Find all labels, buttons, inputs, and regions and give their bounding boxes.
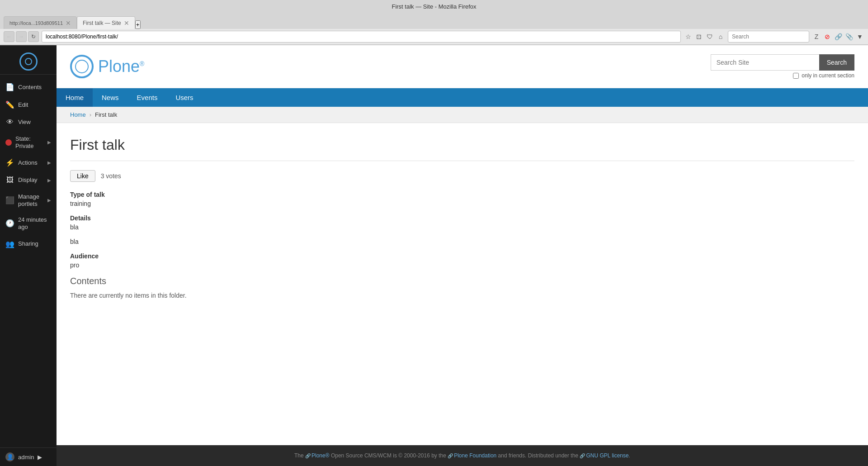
sidebar-item-view[interactable]: 👁 View: [0, 114, 57, 131]
plone-logo-circle: [70, 55, 94, 78]
sidebar-logo-circle: [19, 52, 38, 71]
reload-button[interactable]: ↻: [28, 31, 39, 42]
tab1-close-icon[interactable]: ✕: [66, 19, 71, 27]
tab1-label: http://loca...193d809511: [9, 20, 63, 26]
content-area: Plone® Search only in current section Ho…: [57, 45, 868, 466]
main-content: First talk Like 3 votes Type of talk tra…: [57, 123, 868, 445]
actions-icon: ⚡: [5, 158, 14, 167]
nav-bar: Home News Events Users: [57, 88, 868, 107]
audience-label: Audience: [70, 252, 854, 260]
shield-icon[interactable]: 🛡: [705, 32, 714, 41]
browser-title: First talk — Site - Mozilla Firefox: [392, 3, 476, 10]
browser-tab-active[interactable]: First talk — Site ✕: [77, 16, 135, 29]
footer-plone-reg: ®: [326, 452, 330, 459]
search-area: Search only in current section: [711, 54, 854, 79]
like-button[interactable]: Like: [70, 170, 95, 182]
sidebar-user[interactable]: 👤 admin ▶: [0, 448, 57, 466]
sidebar-contents-label: Contents: [18, 84, 42, 91]
adblock-icon[interactable]: ⊘: [823, 32, 832, 41]
site-search-input[interactable]: [711, 54, 819, 71]
browser-addressbar: ← → ↻ ☆ ⊡ 🛡 ⌂ Z ⊘ 🔗 📎 ▼: [0, 29, 868, 45]
sidebar-item-display[interactable]: 🖼 Display ▶: [0, 171, 57, 189]
breadcrumb-home[interactable]: Home: [70, 111, 86, 118]
search-checkbox-row: only in current section: [793, 72, 854, 79]
nav-buttons: ← → ↻: [4, 31, 39, 42]
breadcrumb: Home › First talk: [57, 107, 868, 123]
sidebar-item-contents[interactable]: 📄 Contents: [0, 78, 57, 96]
sidebar-item-manage-portlets[interactable]: ⬛ Manage portlets ▶: [0, 189, 57, 212]
time-icon: 🕐: [5, 219, 14, 228]
sidebar-item-time: 🕐 24 minutes ago: [0, 212, 57, 235]
tab2-label: First talk — Site: [83, 20, 121, 26]
address-bar[interactable]: [42, 31, 681, 43]
new-tab-button[interactable]: +: [135, 20, 141, 29]
details-label: Details: [70, 214, 854, 222]
home-icon[interactable]: ⌂: [716, 32, 725, 41]
sidebar-username: admin: [18, 454, 34, 461]
vote-count: 3 votes: [101, 172, 121, 180]
extension2-icon[interactable]: 📎: [844, 32, 854, 41]
back-button[interactable]: ←: [4, 31, 14, 42]
sidebar-item-sharing[interactable]: 👥 Sharing: [0, 235, 57, 253]
bookmark-icon[interactable]: ⊡: [694, 32, 703, 41]
sidebar-item-state[interactable]: State:Private ▶: [0, 131, 57, 154]
breadcrumb-current: First talk: [95, 111, 117, 118]
sidebar-item-edit[interactable]: ✏️ Edit: [0, 96, 57, 114]
plone-logo-film: [75, 60, 89, 73]
sidebar-logo: [0, 49, 57, 75]
sidebar-item-actions[interactable]: ⚡ Actions ▶: [0, 154, 57, 171]
browser-toolbar-icons: ☆ ⊡ 🛡 ⌂: [684, 32, 725, 41]
footer-link-icon1: 🔗: [305, 453, 311, 458]
actions-chevron-icon: ▶: [47, 160, 51, 165]
star-icon[interactable]: ☆: [684, 32, 693, 41]
nav-item-users[interactable]: Users: [166, 88, 202, 107]
plone-logo: Plone®: [70, 55, 144, 78]
browser-extra-icons: Z ⊘ 🔗 📎 ▼: [812, 32, 864, 41]
sidebar-sharing-label: Sharing: [18, 240, 38, 247]
search-section-checkbox[interactable]: [793, 73, 799, 79]
footer-license-link[interactable]: GNU GPL license: [586, 452, 628, 459]
type-of-talk-value: training: [70, 200, 854, 207]
browser-tab-bar: http://loca...193d809511 ✕ First talk — …: [0, 13, 868, 29]
footer-link-icon3: 🔗: [580, 453, 585, 458]
nav-item-news[interactable]: News: [93, 88, 128, 107]
nav-item-home[interactable]: Home: [57, 88, 93, 107]
forward-button[interactable]: →: [16, 31, 27, 42]
page-wrapper: 📄 Contents ✏️ Edit 👁 View State:Private …: [0, 45, 868, 466]
sidebar-bottom: 👤 admin ▶: [0, 447, 57, 466]
sidebar-time-label: 24 minutes ago: [18, 216, 51, 230]
page-title: First talk: [70, 137, 854, 161]
search-section-label: only in current section: [802, 72, 854, 79]
display-chevron-icon: ▶: [47, 178, 51, 183]
display-icon: 🖼: [5, 176, 14, 184]
contents-icon: 📄: [5, 83, 14, 91]
browser-search-input[interactable]: [728, 31, 809, 43]
tab2-close-icon[interactable]: ✕: [124, 19, 129, 27]
site-search-button[interactable]: Search: [819, 54, 854, 71]
plone-logo-text: Plone®: [98, 57, 144, 76]
footer-text-before: The: [294, 452, 304, 459]
browser-chrome: First talk — Site - Mozilla Firefox http…: [0, 0, 868, 45]
like-row: Like 3 votes: [70, 170, 854, 182]
site-footer: The 🔗Plone® Open Source CMS/WCM is © 200…: [57, 445, 868, 466]
sidebar-manage-portlets-label: Manage portlets: [18, 193, 44, 207]
sidebar-display-label: Display: [18, 176, 38, 184]
user-avatar-icon: 👤: [5, 452, 14, 461]
nav-item-events[interactable]: Events: [128, 88, 167, 107]
extension3-icon[interactable]: ▼: [855, 32, 864, 41]
details-value1: bla: [70, 223, 854, 231]
footer-foundation-link[interactable]: Plone Foundation: [454, 452, 496, 459]
sidebar-edit-label: Edit: [18, 101, 28, 109]
breadcrumb-separator: ›: [90, 111, 91, 118]
sidebar-state-label: State:Private: [15, 135, 33, 149]
browser-tab-inactive[interactable]: http://loca...193d809511 ✕: [4, 16, 77, 29]
sidebar: 📄 Contents ✏️ Edit 👁 View State:Private …: [0, 45, 57, 466]
state-chevron-icon: ▶: [47, 140, 51, 145]
sidebar-logo-inner: [25, 58, 32, 65]
extension1-icon[interactable]: 🔗: [834, 32, 843, 41]
footer-plone-link[interactable]: Plone®: [311, 452, 330, 459]
browser-titlebar: First talk — Site - Mozilla Firefox: [0, 0, 868, 13]
audience-value: pro: [70, 262, 854, 269]
zotero-icon[interactable]: Z: [812, 32, 821, 41]
manage-portlets-icon: ⬛: [5, 196, 14, 204]
